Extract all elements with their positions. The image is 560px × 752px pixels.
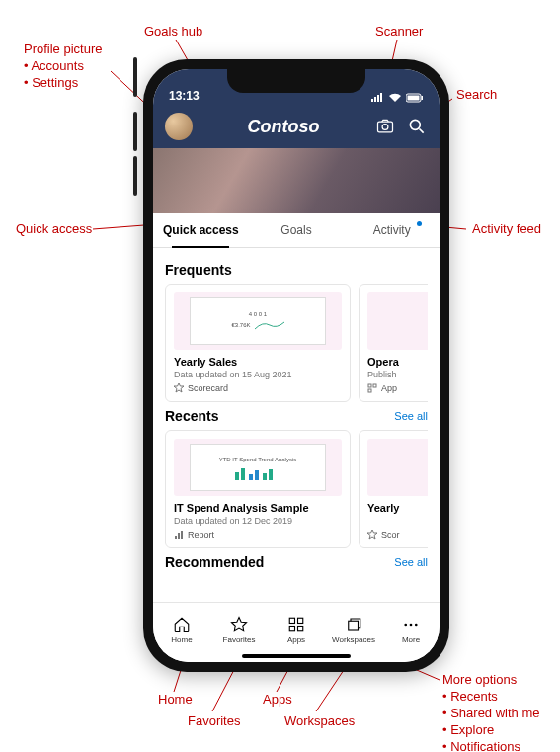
annotation-search: Search <box>456 87 497 104</box>
svg-line-17 <box>420 129 424 133</box>
nav-favorites[interactable]: Favorites <box>214 616 264 644</box>
section-frequents-title: Frequents <box>165 262 428 278</box>
svg-rect-25 <box>263 473 267 480</box>
card-thumb: 4 0 0 1 €3.76K <box>174 292 342 350</box>
card-it-spend[interactable]: YTD IT Spend Trend Analysis IT Spend Ana… <box>165 430 351 548</box>
card-type: Report <box>174 530 342 540</box>
activity-indicator-dot <box>417 221 422 226</box>
svg-rect-26 <box>269 469 273 480</box>
annotation-favorites: Favorites <box>188 713 240 730</box>
svg-point-15 <box>382 125 388 130</box>
brand-title: Contoso <box>202 117 364 137</box>
card-type: Scorecard <box>174 383 342 393</box>
search-icon[interactable] <box>406 116 428 137</box>
annotation-workspaces: Workspaces <box>284 713 355 730</box>
svg-point-37 <box>415 623 418 626</box>
card-type: App <box>367 383 428 393</box>
card-title: Yearly <box>367 502 428 514</box>
content-area: Frequents 4 0 0 1 €3.76K Yearly Sales <box>153 248 440 618</box>
nav-workspaces[interactable]: Workspaces <box>329 616 378 644</box>
svg-rect-21 <box>235 472 239 480</box>
svg-point-16 <box>410 120 420 129</box>
svg-rect-14 <box>378 122 393 132</box>
nav-more[interactable]: More <box>386 616 436 644</box>
card-thumb: YTD IT Spend Trend Analysis <box>174 439 342 496</box>
svg-rect-20 <box>368 389 371 392</box>
profile-avatar[interactable] <box>165 113 193 140</box>
tab-goals[interactable]: Goals <box>249 213 345 247</box>
svg-rect-27 <box>175 536 177 539</box>
svg-point-35 <box>404 623 407 626</box>
phone-frame: 13:13 Contoso Quick access Goals Activit… <box>143 59 449 672</box>
app-header: Contoso <box>153 105 440 148</box>
card-subtitle: Data updated on 15 Aug 2021 <box>174 370 342 379</box>
see-all-recommended[interactable]: See all <box>394 556 428 568</box>
bottom-nav: Home Favorites Apps Workspaces More <box>153 602 440 662</box>
svg-rect-29 <box>181 531 183 539</box>
svg-rect-32 <box>289 626 294 630</box>
recents-row[interactable]: YTD IT Spend Trend Analysis IT Spend Ana… <box>165 430 428 548</box>
phone-screen: 13:13 Contoso Quick access Goals Activit… <box>153 69 440 662</box>
card-title: Opera <box>367 356 428 368</box>
svg-rect-31 <box>298 618 303 623</box>
more-icon <box>402 616 420 633</box>
card-yearly-2[interactable]: Yearly Scor <box>359 430 428 548</box>
home-indicator[interactable] <box>242 654 351 658</box>
frequents-row[interactable]: 4 0 0 1 €3.76K Yearly Sales Data updated… <box>165 284 428 402</box>
annotation-quick: Quick access <box>16 221 92 238</box>
card-subtitle: Data updated on 12 Dec 2019 <box>174 516 342 526</box>
annotation-more: More options • Recents • Shared with me … <box>442 672 540 752</box>
hero-banner <box>153 148 440 213</box>
svg-rect-23 <box>249 474 253 480</box>
tab-activity[interactable]: Activity <box>344 213 440 247</box>
card-yearly-sales[interactable]: 4 0 0 1 €3.76K Yearly Sales Data updated… <box>165 284 351 402</box>
annotation-apps: Apps <box>263 692 292 709</box>
svg-point-36 <box>410 623 413 626</box>
notch <box>227 69 365 93</box>
svg-rect-24 <box>255 470 259 480</box>
apps-icon <box>287 616 305 633</box>
svg-rect-30 <box>289 618 294 623</box>
annotation-activity: Activity feed <box>472 221 541 238</box>
status-icons <box>370 93 424 103</box>
annotation-scanner: Scanner <box>375 24 423 41</box>
scanner-icon[interactable] <box>374 116 396 137</box>
svg-rect-19 <box>373 384 376 387</box>
svg-rect-22 <box>241 468 245 480</box>
nav-apps[interactable]: Apps <box>272 616 321 644</box>
card-type: Scor <box>367 530 428 540</box>
workspaces-icon <box>345 616 362 633</box>
home-icon <box>173 616 191 633</box>
nav-home[interactable]: Home <box>157 616 206 644</box>
svg-rect-34 <box>349 621 359 630</box>
card-thumb <box>367 292 428 350</box>
svg-rect-13 <box>422 96 424 100</box>
section-recents-title: Recents See all <box>165 408 428 424</box>
annotation-goals: Goals hub <box>144 24 202 41</box>
card-subtitle <box>367 516 428 526</box>
annotation-profile: Profile picture • Accounts • Settings <box>24 42 102 92</box>
annotation-home: Home <box>158 692 193 709</box>
star-icon <box>230 616 248 633</box>
svg-rect-18 <box>368 384 371 387</box>
card-thumb <box>367 439 428 496</box>
status-time: 13:13 <box>169 89 200 103</box>
section-recommended-title: Recommended See all <box>165 554 428 570</box>
card-opera[interactable]: Opera Publish App <box>359 284 428 402</box>
card-title: Yearly Sales <box>174 356 342 368</box>
card-title: IT Spend Analysis Sample <box>174 502 342 514</box>
svg-rect-28 <box>178 533 180 539</box>
svg-rect-33 <box>298 626 303 630</box>
see-all-recents[interactable]: See all <box>394 410 428 422</box>
card-subtitle: Publish <box>367 370 428 379</box>
tab-quick-access[interactable]: Quick access <box>153 213 249 247</box>
tab-bar: Quick access Goals Activity <box>153 213 440 248</box>
svg-rect-12 <box>408 96 420 101</box>
